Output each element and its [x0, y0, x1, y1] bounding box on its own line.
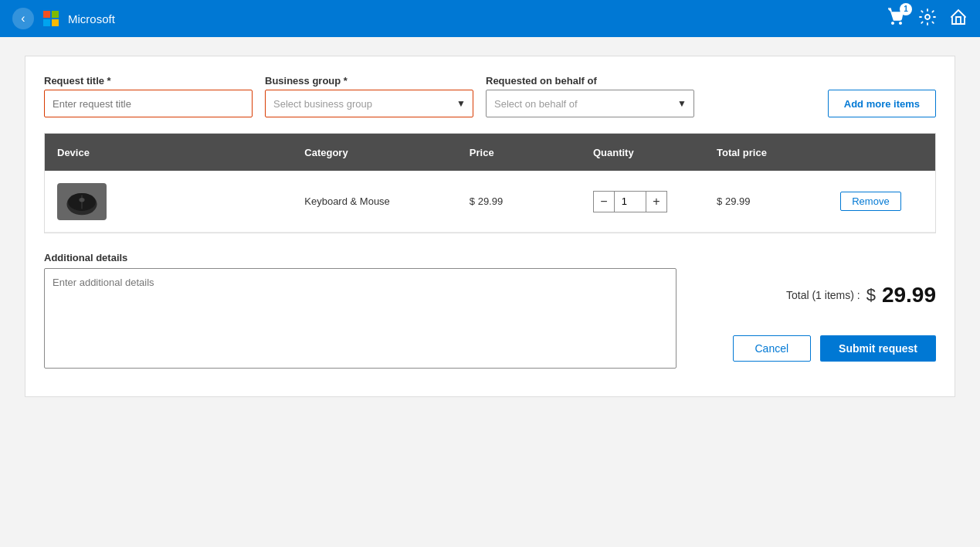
- table-row: Microsoft Sculpt Ergonomic Mouse Keyboar…: [45, 171, 935, 233]
- header: ‹ Microsoft 1: [0, 0, 980, 37]
- device-name: Microsoft Sculpt Ergonomic Mouse: [116, 195, 284, 207]
- device-cell: Microsoft Sculpt Ergonomic Mouse: [57, 183, 304, 220]
- svg-point-0: [925, 15, 930, 19]
- form-row: Request title * Business group * Select …: [44, 75, 936, 117]
- total-amount: 29.99: [882, 283, 936, 307]
- business-group-label: Business group *: [265, 75, 473, 87]
- microsoft-logo: [43, 11, 59, 26]
- additional-details-section: Additional details: [44, 252, 677, 372]
- action-buttons: Cancel Submit request: [733, 335, 937, 362]
- submit-button[interactable]: Submit request: [820, 335, 936, 362]
- header-left: ‹ Microsoft: [12, 8, 115, 29]
- app-name: Microsoft: [68, 12, 115, 25]
- right-section: Total (1 items) : $ 29.99 Cancel Submit …: [689, 252, 936, 362]
- logo-red: [43, 11, 50, 18]
- svg-point-4: [79, 198, 84, 202]
- action-cell: Remove: [840, 192, 923, 211]
- col-device-header: Device: [57, 147, 304, 158]
- quantity-input[interactable]: [615, 191, 646, 212]
- col-total-header: Total price: [717, 147, 840, 158]
- logo-green: [52, 11, 59, 18]
- device-image: [57, 183, 107, 220]
- request-title-label: Request title *: [44, 75, 253, 87]
- remove-button[interactable]: Remove: [840, 192, 900, 211]
- bottom-section: Additional details Total (1 items) : $ 2…: [44, 252, 936, 372]
- price-cell: $ 29.99: [470, 195, 593, 207]
- cart-icon[interactable]: 1: [887, 8, 906, 30]
- dollar-sign: $: [866, 285, 876, 305]
- business-group-wrapper: Select business group ▼: [265, 90, 473, 117]
- logo-yellow: [52, 19, 59, 26]
- add-more-button[interactable]: Add more items: [828, 90, 936, 117]
- cancel-button[interactable]: Cancel: [733, 335, 812, 362]
- back-button[interactable]: ‹: [12, 8, 34, 29]
- business-group-group: Business group * Select business group ▼: [265, 75, 473, 117]
- quantity-decrease-button[interactable]: −: [593, 191, 615, 212]
- table-header: Device Category Price Quantity Total pri…: [45, 134, 935, 171]
- col-quantity-header: Quantity: [593, 147, 717, 158]
- settings-icon[interactable]: [918, 8, 937, 30]
- category-cell: Keyboard & Mouse: [304, 195, 470, 207]
- logo-blue: [43, 19, 50, 26]
- behalf-group: Requested on behalf of Select on behalf …: [486, 75, 694, 117]
- total-label: Total (1 items) :: [786, 289, 860, 301]
- total-summary: Total (1 items) : $ 29.99: [786, 283, 936, 307]
- request-title-group: Request title *: [44, 75, 253, 117]
- behalf-label: Requested on behalf of: [486, 75, 694, 87]
- total-cell: $ 29.99: [717, 195, 840, 207]
- col-price-header: Price: [470, 147, 593, 158]
- items-table: Device Category Price Quantity Total pri…: [44, 133, 936, 233]
- quantity-increase-button[interactable]: +: [646, 191, 667, 212]
- additional-details-textarea[interactable]: [44, 268, 677, 369]
- request-title-input[interactable]: [44, 90, 253, 117]
- header-right: 1: [887, 8, 968, 30]
- main-content: Request title * Business group * Select …: [0, 37, 980, 416]
- col-category-header: Category: [304, 147, 470, 158]
- behalf-wrapper: Select on behalf of ▼: [486, 90, 694, 117]
- cart-count: 1: [900, 3, 912, 15]
- quantity-cell: − +: [593, 191, 717, 212]
- content-card: Request title * Business group * Select …: [25, 56, 955, 397]
- behalf-select[interactable]: Select on behalf of: [486, 90, 694, 117]
- additional-details-label: Additional details: [44, 252, 677, 263]
- business-group-select[interactable]: Select business group: [265, 90, 473, 117]
- home-icon[interactable]: [949, 8, 968, 30]
